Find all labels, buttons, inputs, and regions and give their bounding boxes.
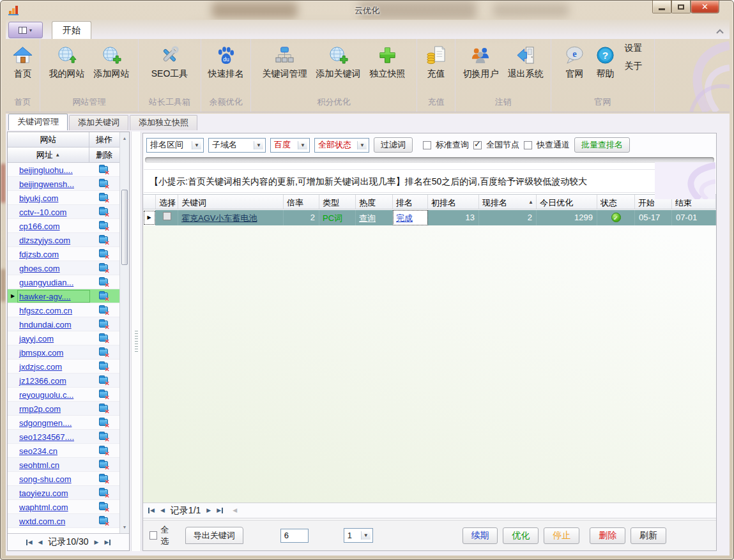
app-menu-button[interactable]: ▼ <box>8 22 43 38</box>
hscroll-left-icon[interactable]: ◀ <box>233 508 237 513</box>
site-row[interactable]: jz12366.com <box>8 374 119 388</box>
site-row[interactable]: song-shu.com <box>8 472 119 486</box>
pager-next-icon[interactable]: ▶ <box>206 508 211 513</box>
site-link[interactable]: wxtd.com.cn <box>19 517 65 526</box>
pager-last-icon[interactable]: ▶ <box>217 508 223 513</box>
site-link[interactable]: seohtml.cn <box>19 460 59 470</box>
site-link[interactable]: taoyiezu.com <box>19 488 68 498</box>
exit-button[interactable]: 退出系统 <box>503 43 548 80</box>
delete-site-icon[interactable] <box>99 321 108 328</box>
status-dropdown[interactable]: 全部状态▼ <box>314 138 369 153</box>
delete-site-icon[interactable] <box>99 236 108 243</box>
delete-site-icon[interactable] <box>99 278 108 285</box>
site-row[interactable]: ghoes.com <box>8 261 119 275</box>
renew-button[interactable]: 续期 <box>463 527 498 544</box>
switch-user-button[interactable]: 切换用户 <box>459 43 503 80</box>
delete-site-icon[interactable] <box>99 475 108 482</box>
delete-site-icon[interactable] <box>99 405 108 412</box>
delete-site-icon[interactable] <box>99 377 108 384</box>
heat-query-link[interactable]: 查询 <box>356 213 376 223</box>
col-site-header[interactable]: 网站 <box>8 132 89 147</box>
settings-button[interactable]: 设置 <box>625 43 643 54</box>
site-row[interactable]: biyukj.com <box>8 191 119 205</box>
delete-site-icon[interactable] <box>99 222 108 229</box>
splitter[interactable] <box>131 132 141 551</box>
site-link[interactable]: jayyj.com <box>19 334 54 344</box>
recharge-button[interactable]: 充值 <box>421 43 452 80</box>
tab-keyword-manage[interactable]: 关键词管理 <box>8 114 68 130</box>
site-row[interactable]: seo234.cn <box>8 444 119 458</box>
pager-first-icon[interactable]: ◀ <box>26 540 33 545</box>
site-row[interactable]: hfgszc.com.cn <box>8 303 119 317</box>
site-link[interactable]: waphtml.com <box>19 503 68 512</box>
site-link[interactable]: beijingluohu.... <box>19 165 73 175</box>
site-row[interactable]: seo1234567.... <box>8 430 119 444</box>
subdomain-dropdown[interactable]: 子域名▼ <box>208 138 266 153</box>
col-op-header[interactable]: 操作 <box>89 132 119 147</box>
col-status[interactable]: 状态 <box>597 195 635 209</box>
delete-site-icon[interactable] <box>99 208 108 215</box>
about-button[interactable]: 关于 <box>625 61 643 72</box>
batch-rank-button[interactable]: 批量查排名 <box>574 137 630 153</box>
site-link[interactable]: seo1234567.... <box>19 432 74 442</box>
site-link[interactable]: dlzszyjys.com <box>19 236 70 245</box>
site-link[interactable]: cctv--10.com <box>19 208 66 217</box>
site-link[interactable]: seo234.cn <box>19 446 57 456</box>
delete-site-icon[interactable] <box>99 292 108 299</box>
col-type[interactable]: 类型 <box>319 195 356 209</box>
site-row[interactable]: waphtml.com <box>8 500 119 514</box>
help-button[interactable]: ? 帮助 <box>590 43 621 80</box>
pager-next-icon[interactable]: ▶ <box>95 540 99 545</box>
site-row[interactable]: guangyudian... <box>8 275 119 289</box>
site-link[interactable]: hawker-agv.... <box>19 292 71 301</box>
delete-site-icon[interactable] <box>99 461 108 468</box>
delete-site-icon[interactable] <box>99 517 108 524</box>
fast-channel-checkbox[interactable] <box>524 141 532 149</box>
keyword-row[interactable]: ▶ 霍克AGV小车蓄电池 2 PC词 查询 完成 13 2 1299 ✓ 05-… <box>143 210 716 225</box>
rank-done-link[interactable]: 完成 <box>393 213 413 223</box>
col-select[interactable]: 选择 <box>156 195 178 209</box>
site-link[interactable]: cp166.com <box>19 222 60 231</box>
site-row[interactable]: rmp2p.com <box>8 402 119 416</box>
site-link[interactable]: jxdzjsc.com <box>19 362 62 372</box>
row-checkbox[interactable] <box>163 212 171 220</box>
ribbon-collapse-chevron[interactable] <box>715 29 724 34</box>
col-init-rank[interactable]: 初排名 <box>428 195 479 209</box>
minimize-button[interactable] <box>652 1 671 13</box>
col-keyword[interactable]: 关键词 <box>178 195 284 209</box>
site-link[interactable]: fdjzsb.com <box>19 250 59 259</box>
delete-site-icon[interactable] <box>99 335 108 342</box>
col-rate[interactable]: 倍率 <box>284 195 319 209</box>
delete-site-icon[interactable] <box>99 503 108 510</box>
site-link[interactable]: rmp2p.com <box>19 404 61 414</box>
col-cur-rank[interactable]: 现排名 ▲ <box>479 195 537 209</box>
delete-site-icon[interactable] <box>99 391 108 398</box>
select-all-checkbox[interactable] <box>149 531 157 540</box>
scroll-down-icon[interactable]: ▼ <box>120 522 129 532</box>
site-link[interactable]: reyouguolu.c... <box>19 390 73 400</box>
engine-dropdown[interactable]: 百度▼ <box>270 138 310 153</box>
site-link[interactable]: biyukj.com <box>19 193 58 203</box>
tab-add-keyword[interactable]: 添加关键词 <box>69 115 128 130</box>
delete-button[interactable]: 删除 <box>590 527 625 544</box>
delete-site-icon[interactable] <box>99 489 108 496</box>
site-row[interactable]: beijingluohu.... <box>8 163 119 177</box>
tab-add-snapshot[interactable]: 添加独立快照 <box>130 115 197 130</box>
site-row[interactable]: reyouguolu.c... <box>8 388 119 402</box>
scroll-up-icon[interactable]: ▲ <box>120 133 129 143</box>
delete-site-icon[interactable] <box>99 433 108 440</box>
quick-rank-button[interactable]: du 快速排名 <box>204 43 248 80</box>
pager-prev-icon[interactable]: ◀ <box>38 540 43 545</box>
number-input[interactable] <box>280 529 309 543</box>
delete-site-icon[interactable] <box>99 419 108 426</box>
scrollbar-thumb[interactable] <box>121 190 128 265</box>
pager-first-icon[interactable]: ◀ <box>148 508 155 513</box>
site-link[interactable]: jbmspx.com <box>19 348 63 358</box>
site-row[interactable]: beijingwensh... <box>8 177 119 191</box>
filter-words-button[interactable]: 过滤词 <box>374 137 413 153</box>
delete-site-icon[interactable] <box>99 194 108 201</box>
delete-site-icon[interactable] <box>99 447 108 454</box>
home-button[interactable]: 首页 <box>8 43 38 80</box>
site-row[interactable]: cctv--10.com <box>8 205 119 219</box>
maximize-button[interactable] <box>671 1 691 13</box>
